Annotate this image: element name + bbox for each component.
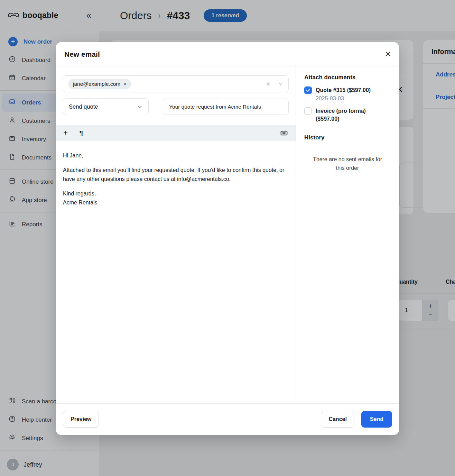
chip-remove-icon[interactable]: × [123,81,127,87]
modal-title: New email [64,50,100,58]
body-greeting: Hi Jane, [63,151,289,160]
history-heading: History [304,134,391,141]
modal-footer: Preview Cancel Send [56,403,399,435]
send-button[interactable]: Send [361,411,392,428]
subject-input[interactable]: Your quote request from Acme Rentals [163,99,289,115]
quote-checkbox[interactable] [304,86,312,94]
template-select-value: Send quote [69,103,98,110]
new-email-modal: New email × jane@example.com × × Send qu… [56,42,399,435]
invoice-checkbox[interactable] [304,107,312,115]
attach-document-label[interactable]: Invoice (pro forma) ($597.00) [316,107,391,123]
attach-document-date: 2025-03-03 [316,95,391,102]
attach-document-label[interactable]: Quote #315 ($597.00) [316,86,371,94]
close-icon[interactable]: × [385,49,391,59]
attach-document-row: Invoice (pro forma) ($597.00) [304,107,391,123]
recipients-field[interactable]: jane@example.com × × [63,75,289,92]
clear-recipients-icon[interactable]: × [266,80,270,88]
modal-header: New email × [56,42,399,66]
chevron-down-icon[interactable] [278,81,284,87]
email-compose-pane: jane@example.com × × Send quote Your quo… [56,66,296,403]
body-signature: Acme Rentals [63,198,289,207]
cancel-button[interactable]: Cancel [321,411,354,428]
email-sidebar-pane: Attach documents Quote #315 ($597.00) 20… [296,66,399,403]
insert-plus-icon[interactable]: + [63,129,68,137]
chevron-down-icon [137,104,143,110]
recipient-email: jane@example.com [73,81,120,87]
template-select[interactable]: Send quote [63,98,149,115]
attach-documents-heading: Attach documents [304,74,391,81]
attach-document-row: Quote #315 ($597.00) [304,86,391,94]
body-paragraph: Attached to this email you’ll find your … [63,166,289,184]
history-empty-message: There are no sent emails for this order [310,155,385,173]
app-window: booqable « Orders › #433 1 reserved + Ne… [0,0,455,476]
body-signoff: Kind regards, [63,189,289,198]
keyboard-icon[interactable] [280,129,288,137]
paragraph-pilcrow-icon[interactable]: ¶ [80,130,83,136]
editor-toolbar: + ¶ [56,125,296,141]
email-body-editor[interactable]: Hi Jane, Attached to this email you’ll f… [63,141,289,218]
recipient-chip[interactable]: jane@example.com × [68,79,131,89]
preview-button[interactable]: Preview [63,411,99,428]
